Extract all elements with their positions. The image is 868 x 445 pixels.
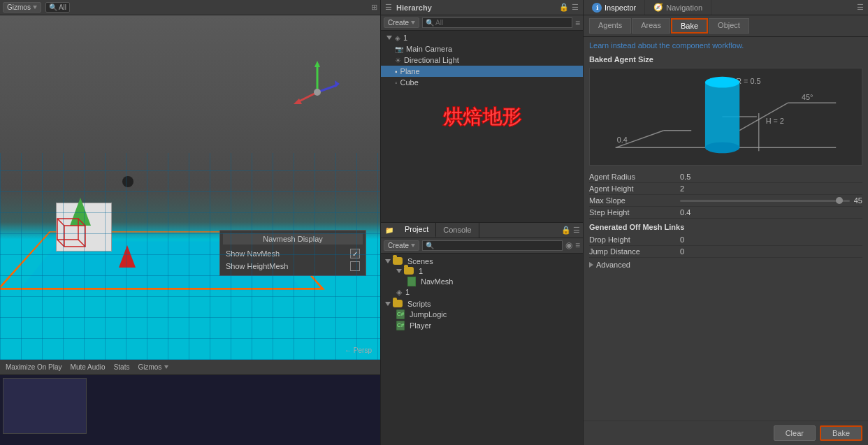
max-slope-value: 45	[854, 196, 862, 205]
inspector-buttons: Clear Bake	[584, 421, 868, 445]
navmesh-popup: Navmesh Display Show NavMesh ✓ Show Heig…	[219, 230, 366, 276]
jumplogic-item[interactable]: C# JumpLogic	[381, 309, 583, 320]
navigation-compass-icon: 🧭	[653, 3, 663, 12]
nav-tabs: Agents Areas Bake Object	[584, 15, 868, 37]
navmesh-popup-title: Navmesh Display	[223, 233, 363, 245]
search-icon: 🔍	[49, 3, 57, 11]
scenes-label: Scenes	[407, 257, 433, 265]
project-header-icons: 🔒 ☰	[558, 226, 583, 235]
create-dropdown-arrow	[411, 21, 415, 24]
jumplogic-label: JumpLogic	[410, 310, 447, 319]
project-create-dropdown[interactable]: Create	[384, 240, 419, 251]
hierarchy-header: ☰ Hierarchy 🔒 ☰	[381, 0, 583, 15]
scenes-1-expand-icon	[396, 269, 402, 273]
max-slope-track[interactable]	[680, 200, 850, 202]
hierarchy-main-camera[interactable]: 📷 Main Camera	[381, 43, 583, 54]
hierarchy-menu-icon: ☰	[572, 3, 579, 12]
hierarchy-create-dropdown[interactable]: Create	[384, 17, 419, 28]
agent-height-row: Agent Height 2	[589, 183, 862, 195]
navmesh-area	[19, 241, 303, 291]
hierarchy-plane[interactable]: ▪ Plane	[381, 66, 583, 77]
svg-text:45°: 45°	[802, 93, 813, 101]
mute-audio-btn[interactable]: Mute Audio	[71, 363, 106, 371]
clear-button[interactable]: Clear	[774, 425, 816, 441]
scripts-label: Scripts	[407, 300, 431, 308]
scripts-folder-icon	[393, 300, 403, 307]
show-heightmesh-checkbox[interactable]	[350, 261, 360, 271]
hierarchy-search-icon: 🔍	[426, 19, 434, 27]
project-search-bar[interactable]: 🔍	[422, 240, 563, 251]
hierarchy-cube[interactable]: ▫ Cube	[381, 77, 583, 88]
gizmos-dropdown[interactable]: Gizmos	[3, 2, 41, 13]
project-panel: 📁 Project Console 🔒 ☰ Create 🔍 ◉ ≡	[381, 223, 583, 446]
hierarchy-search[interactable]: 🔍 All	[422, 17, 572, 28]
player-label: Player	[410, 321, 431, 330]
agent-diagram-svg: 0.4 45° R = 0.5 H = 2	[590, 68, 862, 165]
scenes-1-folder[interactable]: 1	[381, 266, 583, 276]
hierarchy-header-icons: 🔒 ☰	[559, 3, 579, 12]
learn-link[interactable]: Learn instead about the component workfl…	[589, 41, 862, 50]
nav-tab-bake[interactable]: Bake	[671, 18, 708, 34]
hierarchy-content: ◈ 1 📷 Main Camera ☀ Directional Light	[381, 31, 583, 222]
camera-icon: 📷	[395, 45, 403, 53]
nav-tab-object[interactable]: Object	[709, 18, 749, 34]
white-cube	[56, 203, 112, 251]
scenes-folder-icon	[393, 257, 403, 265]
stats-btn[interactable]: Stats	[114, 363, 130, 371]
bake-label-area: 烘焙地形	[381, 89, 583, 145]
agent-diagram: 0.4 45° R = 0.5 H = 2	[589, 68, 862, 166]
svg-point-30	[705, 142, 739, 153]
property-list: Agent Radius 0.5 Agent Height 2 Max Slop…	[589, 171, 862, 219]
persp-label: ← Persp	[345, 346, 372, 354]
player-icon: C#	[396, 321, 405, 330]
maximize-on-play-btn[interactable]: Maximize On Play	[6, 363, 62, 371]
hierarchy-icon: ☰	[385, 3, 392, 12]
console-tab[interactable]: Console	[436, 223, 479, 238]
gizmos-play-btn[interactable]: Gizmos	[138, 363, 168, 371]
hierarchy-scene-root[interactable]: ◈ 1	[381, 32, 583, 43]
agent-height-value: 2	[680, 184, 684, 193]
hierarchy-toolbar: Create 🔍 All ≡	[381, 15, 583, 31]
show-heightmesh-label: Show HeightMesh	[226, 262, 288, 270]
nav-tab-agents[interactable]: Agents	[589, 18, 631, 34]
dark-sphere	[122, 176, 133, 189]
nav-tab-areas[interactable]: Areas	[632, 18, 670, 34]
hierarchy-directional-light[interactable]: ☀ Directional Light	[381, 54, 583, 66]
scene-3d: Navmesh Display Show NavMesh ✓ Show Heig…	[0, 15, 380, 360]
scenes-folder[interactable]: Scenes	[381, 256, 583, 266]
plane-highlight	[0, 231, 325, 289]
navmesh-item[interactable]: NavMesh	[381, 276, 583, 287]
search-toolbar[interactable]: 🔍 All	[45, 2, 70, 13]
right-panel: ℹ Inspector 🧭 Navigation ☰ Agents Areas …	[584, 0, 868, 445]
baked-agent-size-title: Baked Agent Size	[589, 55, 862, 64]
navigation-tab[interactable]: 🧭 Navigation	[645, 0, 711, 15]
advanced-row[interactable]: Advanced	[589, 258, 862, 272]
jumplogic-icon: C#	[396, 309, 405, 319]
scene-toolbar: Gizmos 🔍 All ⊞	[0, 0, 380, 15]
player-item[interactable]: C# Player	[381, 320, 583, 331]
scripts-folder[interactable]: Scripts	[381, 299, 583, 309]
scene-1-item[interactable]: ◈ 1	[381, 287, 583, 298]
show-heightmesh-row: Show HeightMesh	[223, 260, 363, 272]
show-navmesh-checkbox[interactable]: ✓	[350, 249, 360, 258]
svg-marker-8	[119, 245, 136, 268]
project-tab[interactable]: Project	[398, 223, 436, 238]
advanced-expand-icon	[589, 262, 593, 268]
scene-view[interactable]: Navmesh Display Show NavMesh ✓ Show Heig…	[0, 15, 380, 360]
svg-marker-1	[314, 61, 320, 67]
right-tabs: ℹ Inspector 🧭 Navigation ☰	[584, 0, 868, 15]
navmesh-file-icon	[407, 277, 416, 286]
step-height-label: Step Height	[589, 208, 680, 217]
svg-text:0.4: 0.4	[617, 136, 628, 144]
jump-distance-value: 0	[680, 247, 684, 256]
scene-file-icon: ◈	[396, 288, 402, 297]
drop-height-value: 0	[680, 235, 684, 244]
bake-button[interactable]: Bake	[820, 425, 862, 441]
inspector-content: Learn instead about the component workfl…	[584, 37, 868, 421]
hierarchy-panel: ☰ Hierarchy 🔒 ☰ Create 🔍 All ≡	[381, 0, 583, 223]
bake-label: 烘焙地形	[443, 104, 521, 131]
max-slope-thumb[interactable]	[836, 197, 843, 204]
inspector-tab[interactable]: ℹ Inspector	[584, 0, 645, 15]
light-icon: ☀	[395, 57, 401, 64]
project-lock-icon: 🔒	[561, 226, 571, 235]
